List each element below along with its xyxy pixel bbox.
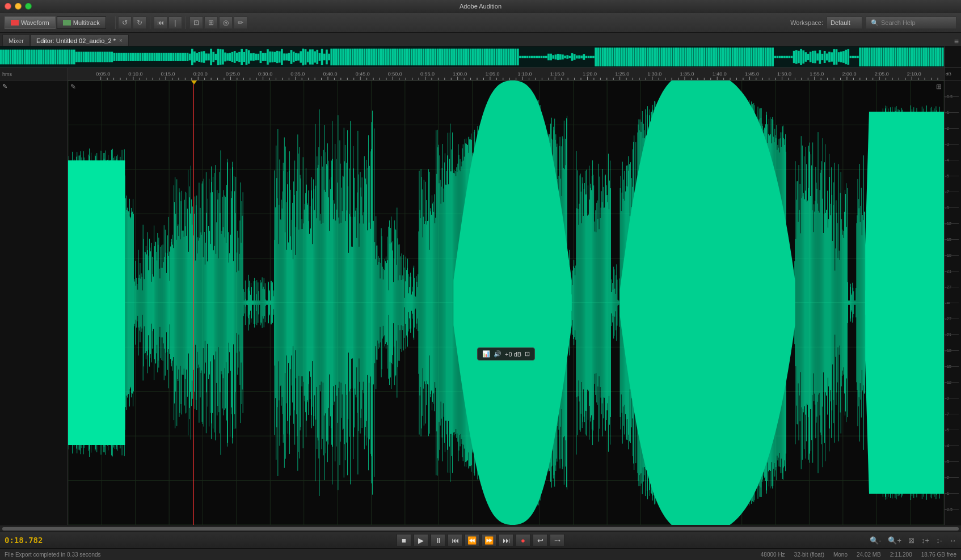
zoom-vert-out-button[interactable]: ↕-	[936, 536, 942, 545]
maximize-button[interactable]	[25, 3, 32, 10]
overview-waveform-canvas	[0, 46, 944, 67]
go-end-button[interactable]: ⏭	[499, 534, 513, 546]
workspace-select[interactable]: Default	[827, 16, 862, 29]
title-bar: Adobe Audition	[0, 0, 961, 12]
spectral-freq-button[interactable]: ⊞	[204, 16, 218, 29]
bit-depth: 32-bit (float)	[794, 551, 824, 558]
record-button[interactable]: ●	[516, 534, 530, 546]
workspace-area: Workspace: Default 🔍 Search Help	[790, 16, 956, 29]
zoom-all-button[interactable]: ↔	[949, 536, 956, 545]
channels: Mono	[833, 551, 848, 558]
minimize-button[interactable]	[15, 3, 22, 10]
panel-toggle-button[interactable]: ≡	[954, 37, 959, 46]
status-message: File Export completed in 0.33 seconds	[5, 551, 101, 558]
ruler-right-spacer: dB	[944, 68, 961, 80]
toolbar-divider-1	[115, 16, 116, 29]
ruler-left-spacer: hms	[0, 68, 68, 80]
search-placeholder: Search Help	[881, 19, 916, 26]
waveform-view[interactable]: 📊 🔊 +0 dB ⊡ ✎ ⊞	[68, 80, 944, 525]
db-header-label: dB	[945, 71, 951, 77]
fast-forward-button[interactable]: ⏩	[482, 534, 496, 546]
toolbar-tools: ↺ ↻ ⏮ | ⊡ ⊞ ◎ ✏	[118, 16, 247, 29]
editor-tab[interactable]: Editor: Untitled 02_audio_2 * ×	[30, 35, 129, 46]
free-space: 18.76 GB free	[921, 551, 956, 558]
transport-status-right: 🔍- 🔍+ ⊠ ↕+ ↕- ↔	[870, 536, 956, 545]
loop-button[interactable]: ↩	[533, 534, 547, 546]
hms-label: hms	[0, 71, 12, 77]
waveform-label: Waveform	[21, 19, 49, 26]
editor-tab-label: Editor: Untitled 02_audio_2 *	[36, 37, 116, 44]
zoom-vert-in-button[interactable]: ↕+	[921, 536, 929, 545]
play-button[interactable]: ▶	[414, 534, 428, 546]
time-display: 0:18.782	[5, 536, 43, 545]
timeline-ruler[interactable]	[68, 68, 944, 80]
waveform-mode-button[interactable]: Waveform	[5, 16, 56, 29]
pause-button[interactable]: ⏸	[431, 534, 445, 546]
mode-buttons: Waveform Multitrack	[5, 16, 106, 29]
editor-tab-close[interactable]: ×	[119, 37, 123, 44]
go-start-button[interactable]: ⏮	[448, 534, 462, 546]
zoom-in-button[interactable]: 🔍+	[888, 536, 901, 545]
disk-usage: 24.02 MB	[857, 551, 881, 558]
rewind-button[interactable]: ⏪	[465, 534, 479, 546]
multitrack-mode-button[interactable]: Multitrack	[57, 16, 106, 29]
skip-button[interactable]: ⤑	[550, 534, 564, 546]
db-canvas	[945, 80, 961, 525]
undo-button[interactable]: ↺	[118, 16, 132, 29]
volume-expand-icon[interactable]: ⊡	[525, 350, 530, 358]
waveform-row: ✎ 📊 🔊 +0 dB ⊡ ✎ ⊞	[0, 80, 961, 525]
tab-bar: Mixer Editor: Untitled 02_audio_2 * × ≡	[0, 33, 961, 46]
volume-popup: 📊 🔊 +0 dB ⊡	[477, 347, 535, 360]
search-icon: 🔍	[871, 19, 879, 27]
window-controls	[5, 3, 32, 10]
toolbar-divider-3	[186, 16, 186, 29]
corner-menu-icon[interactable]: ⊞	[936, 83, 942, 91]
waveform-canvas	[68, 80, 944, 525]
toolbar: Waveform Multitrack ↺ ↻ ⏮ | ⊡ ⊞ ◎	[0, 12, 961, 33]
left-info-panel-content: ✎	[0, 80, 68, 525]
edit-icon[interactable]: ✎	[2, 83, 7, 90]
zoom-out-button[interactable]: 🔍-	[870, 536, 881, 545]
overview-bar[interactable]	[0, 46, 961, 68]
zoom-fit-button[interactable]: ⊠	[908, 536, 914, 545]
pencil-button[interactable]: ✏	[234, 16, 247, 29]
app-title: Adobe Audition	[460, 3, 501, 10]
db-scale	[944, 80, 961, 525]
mixer-tab-label: Mixer	[9, 37, 24, 44]
duration: 2:11.200	[890, 551, 912, 558]
multitrack-icon	[63, 20, 71, 26]
editor-container: hms dB ✎	[0, 46, 961, 549]
volume-speaker-icon: 🔊	[494, 350, 501, 358]
volume-db-value: +0 dB	[505, 351, 521, 358]
ruler-canvas	[68, 68, 944, 80]
volume-bars-icon: 📊	[482, 350, 490, 358]
ruler-row: hms dB	[0, 68, 961, 80]
search-help-input[interactable]: 🔍 Search Help	[866, 16, 956, 29]
status-right-info: 48000 Hz 32-bit (float) Mono 24.02 MB 2:…	[761, 551, 956, 558]
selection-tool-button[interactable]: ⊡	[189, 16, 203, 29]
workspace-label: Workspace:	[790, 19, 823, 26]
lasso-button[interactable]: ◎	[219, 16, 233, 29]
zoom-fit-icon[interactable]: ✎	[70, 83, 76, 91]
multitrack-label: Multitrack	[73, 19, 100, 26]
stop-button[interactable]: ■	[397, 534, 411, 546]
sample-rate: 48000 Hz	[761, 551, 785, 558]
mixer-tab[interactable]: Mixer	[2, 35, 30, 46]
transport-bar: 0:18.782 ■ ▶ ⏸ ⏮ ⏪ ⏩ ⏭ ● ↩ ⤑ 🔍-	[0, 532, 961, 549]
waveform-icon	[11, 20, 19, 26]
horizontal-scrollbar[interactable]	[0, 525, 961, 532]
left-info-panel: ✎	[0, 80, 68, 525]
skip-back-button[interactable]: ⏮	[154, 16, 167, 29]
close-button[interactable]	[5, 3, 11, 10]
status-bar: File Export completed in 0.33 seconds 48…	[0, 549, 961, 560]
toolbar-divider-2	[150, 16, 150, 29]
insert-cursor-button[interactable]: |	[168, 16, 182, 29]
redo-button[interactable]: ↻	[133, 16, 146, 29]
